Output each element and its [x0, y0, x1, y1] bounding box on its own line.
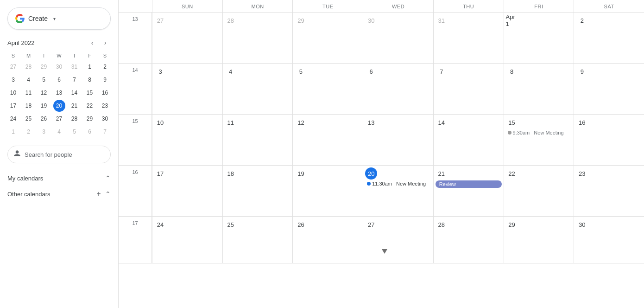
day-number[interactable]: 27 [365, 218, 377, 231]
mini-cal-day[interactable]: 11 [23, 87, 35, 99]
mini-cal-day[interactable]: 23 [99, 100, 111, 112]
mini-cal-day[interactable]: 9 [99, 74, 111, 86]
day-number[interactable]: 28 [225, 14, 237, 26]
day-cell-apr17[interactable]: 17 [152, 166, 222, 216]
day-cell-mar28[interactable]: 28 [222, 13, 293, 63]
day-cell-apr22[interactable]: 22 [504, 166, 574, 216]
mini-cal-day[interactable]: 4 [53, 126, 65, 138]
day-cell-apr4[interactable]: 4 [222, 64, 293, 114]
mini-cal-day-today[interactable]: 20 [53, 100, 65, 112]
day-cell-apr14[interactable]: 14 [433, 115, 504, 165]
mini-cal-day[interactable]: 17 [7, 100, 19, 112]
day-number[interactable]: 17 [154, 167, 166, 180]
day-number[interactable]: 5 [295, 65, 307, 77]
mini-cal-day[interactable]: 29 [38, 61, 50, 73]
day-cell-apr12[interactable]: 12 [292, 115, 363, 165]
day-cell-apr1[interactable]: Apr 1 [504, 13, 574, 63]
mini-cal-day[interactable]: 15 [84, 87, 96, 99]
day-number[interactable]: 29 [506, 218, 518, 231]
day-number[interactable]: 31 [436, 14, 448, 26]
other-calendars-expand-icon[interactable]: ⌃ [105, 190, 111, 198]
day-cell-apr11[interactable]: 11 [222, 115, 293, 165]
mini-cal-day[interactable]: 14 [69, 87, 81, 99]
mini-cal-day[interactable]: 30 [99, 113, 111, 125]
day-cell-apr24[interactable]: 24 [152, 217, 222, 263]
day-cell-mar31[interactable]: 31 [433, 13, 504, 63]
day-number[interactable]: 21 [436, 167, 448, 180]
mini-cal-day[interactable]: 4 [23, 74, 35, 86]
day-cell-apr3[interactable]: 3 [152, 64, 222, 114]
day-cell-apr26[interactable]: 26 [292, 217, 363, 263]
day-cell-apr18[interactable]: 18 [222, 166, 293, 216]
day-number[interactable]: 7 [436, 65, 448, 77]
day-number[interactable]: 11 [225, 116, 237, 128]
day-number[interactable]: 14 [436, 116, 448, 128]
my-calendars-header[interactable]: My calendars ⌃ [4, 171, 114, 186]
day-cell-apr15[interactable]: 15 9:30am New Meeting [504, 115, 574, 165]
day-number[interactable]: 12 [295, 116, 307, 128]
mini-cal-day[interactable]: 3 [38, 126, 50, 138]
mini-cal-day[interactable]: 30 [53, 61, 65, 73]
mini-cal-day[interactable]: 7 [99, 126, 111, 138]
day-number[interactable]: 28 [436, 218, 448, 231]
mini-cal-day[interactable]: 2 [23, 126, 35, 138]
search-people-input[interactable]: Search for people [7, 146, 111, 163]
mini-cal-day[interactable]: 28 [23, 61, 35, 73]
day-cell-apr8[interactable]: 8 [504, 64, 574, 114]
mini-cal-day[interactable]: 27 [7, 61, 19, 73]
mini-cal-day[interactable]: 21 [69, 100, 81, 112]
day-cell-apr25[interactable]: 25 [222, 217, 293, 263]
day-cell-mar30[interactable]: 30 [363, 13, 433, 63]
day-number[interactable]: 4 [225, 65, 237, 77]
day-cell-apr20[interactable]: 20 11:30am New Meeting [363, 166, 433, 216]
day-cell-apr2[interactable]: 2 [574, 13, 644, 63]
mini-cal-day[interactable]: 1 [7, 126, 19, 138]
day-cell-apr5[interactable]: 5 [292, 64, 363, 114]
mini-cal-day[interactable]: 1 [84, 61, 96, 73]
mini-cal-next-button[interactable]: › [100, 37, 111, 48]
mini-cal-day[interactable]: 18 [23, 100, 35, 112]
day-number[interactable]: 30 [365, 14, 377, 26]
mini-cal-day[interactable]: 22 [84, 100, 96, 112]
mini-cal-day[interactable]: 6 [84, 126, 96, 138]
day-number[interactable]: 9 [576, 65, 588, 77]
mini-cal-day[interactable]: 19 [38, 100, 50, 112]
day-cell-apr30[interactable]: 30 [574, 217, 644, 263]
mini-cal-day[interactable]: 5 [69, 126, 81, 138]
day-number[interactable]: 16 [576, 116, 588, 128]
day-cell-apr16[interactable]: 16 [574, 115, 644, 165]
mini-cal-day[interactable]: 2 [99, 61, 111, 73]
mini-cal-day[interactable]: 3 [7, 74, 19, 86]
day-number[interactable]: 19 [295, 167, 307, 180]
mini-cal-day[interactable]: 26 [38, 113, 50, 125]
mini-cal-day[interactable]: 12 [38, 87, 50, 99]
day-number[interactable]: 2 [576, 14, 588, 26]
day-number[interactable]: Apr 1 [506, 14, 518, 26]
day-number[interactable]: 24 [154, 218, 166, 231]
day-number[interactable]: 22 [506, 167, 518, 180]
day-number[interactable]: 8 [506, 65, 518, 77]
day-cell-apr9[interactable]: 9 [574, 64, 644, 114]
event-review-thu21[interactable]: Review [436, 180, 502, 188]
day-number[interactable]: 29 [295, 14, 307, 26]
mini-cal-day[interactable]: 31 [69, 61, 81, 73]
day-number[interactable]: 3 [154, 65, 166, 77]
day-number-today[interactable]: 20 [365, 167, 377, 180]
day-cell-apr23[interactable]: 23 [574, 166, 644, 216]
other-calendars-header[interactable]: Other calendars + ⌃ [4, 186, 114, 202]
mini-cal-day[interactable]: 7 [69, 74, 81, 86]
day-cell-apr7[interactable]: 7 [433, 64, 504, 114]
day-number[interactable]: 13 [365, 116, 377, 128]
day-cell-apr10[interactable]: 10 [152, 115, 222, 165]
day-number[interactable]: 27 [154, 14, 166, 26]
day-number[interactable]: 30 [576, 218, 588, 231]
day-cell-apr29[interactable]: 29 [504, 217, 574, 263]
day-cell-apr21[interactable]: 21 Review [433, 166, 504, 216]
mini-cal-day[interactable]: 16 [99, 87, 111, 99]
day-number[interactable]: 26 [295, 218, 307, 231]
mini-cal-prev-button[interactable]: ‹ [87, 37, 98, 48]
event-new-meeting-fri15[interactable]: 9:30am New Meeting [506, 129, 572, 136]
day-number[interactable]: 25 [225, 218, 237, 231]
mini-cal-day[interactable]: 6 [53, 74, 65, 86]
day-cell-apr28[interactable]: 28 [433, 217, 504, 263]
